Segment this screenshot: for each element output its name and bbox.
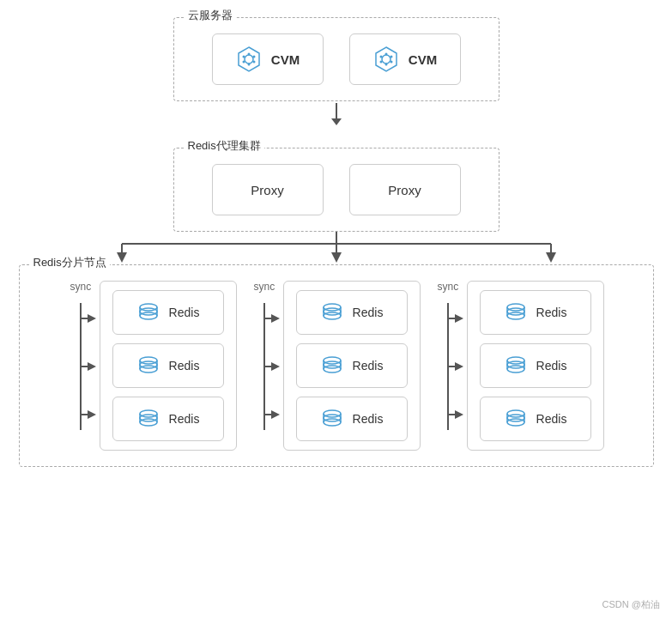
- svg-marker-0: [239, 47, 259, 71]
- proxy-box-2: Proxy: [349, 164, 461, 215]
- proxy-section: Redis代理集群 Proxy Proxy: [173, 148, 499, 232]
- sync-side-3: sync: [436, 281, 467, 437]
- redis-label-2-2: Redis: [353, 359, 384, 373]
- redis-node-3-1: Redis: [480, 290, 591, 335]
- proxy-label-1: Proxy: [251, 183, 283, 197]
- redis-node-2-1: Redis: [296, 290, 408, 335]
- svg-point-65: [324, 312, 341, 319]
- diagram-container: 云服务器 CVM: [0, 0, 672, 618]
- svg-marker-30: [88, 410, 96, 419]
- svg-point-7: [252, 61, 255, 64]
- svg-point-100: [507, 366, 524, 373]
- svg-point-12: [379, 56, 382, 58]
- redis-node-1-3: Redis: [112, 397, 224, 441]
- svg-marker-8: [376, 47, 397, 71]
- svg-point-3: [247, 64, 250, 66]
- redis-node-3-2: Redis: [480, 343, 591, 388]
- redis-icon: [504, 354, 528, 378]
- redis-label-1-2: Redis: [169, 359, 200, 373]
- sync-bracket-2: [252, 296, 282, 437]
- redis-cluster-inner-2: Redis Redis: [283, 281, 421, 451]
- svg-point-1: [245, 55, 253, 64]
- svg-point-15: [390, 61, 392, 64]
- sync-bracket-1: [69, 296, 98, 437]
- arrow-cvm-to-proxy: [331, 103, 342, 127]
- redis-node-3-3: Redis: [480, 397, 591, 441]
- proxy-label-2: Proxy: [388, 183, 421, 197]
- redis-cluster-1: sync: [69, 281, 237, 451]
- svg-point-72: [324, 366, 341, 373]
- svg-point-2: [247, 53, 250, 56]
- svg-point-10: [384, 53, 387, 56]
- svg-marker-84: [455, 314, 463, 323]
- svg-point-4: [242, 56, 245, 58]
- svg-point-13: [390, 56, 392, 58]
- redis-node-1-2: Redis: [112, 343, 224, 388]
- cvm-label-2: CVM: [409, 52, 437, 67]
- cvm-box-1: CVM: [212, 33, 324, 85]
- redis-label-2-3: Redis: [353, 412, 384, 426]
- redis-icon: [504, 300, 528, 324]
- svg-marker-86: [455, 362, 463, 371]
- proxy-section-label: Redis代理集群: [185, 138, 264, 154]
- cloud-section: 云服务器 CVM: [173, 17, 499, 101]
- redis-label-3-3: Redis: [536, 412, 567, 426]
- redis-icon: [320, 354, 344, 378]
- svg-marker-60: [271, 410, 280, 419]
- svg-marker-56: [271, 314, 280, 323]
- svg-point-51: [140, 419, 157, 426]
- redis-icon: [504, 407, 528, 431]
- cloud-section-label: 云服务器: [185, 8, 236, 23]
- sync-label-2: sync: [254, 281, 275, 293]
- svg-marker-23: [546, 252, 556, 263]
- proxy-row: Proxy Proxy: [191, 164, 481, 215]
- cvm-icon-1: [235, 45, 263, 73]
- sync-label-1: sync: [70, 281, 92, 293]
- redis-cluster-2: sync: [252, 281, 421, 451]
- redis-node-1-1: Redis: [112, 290, 224, 335]
- sync-bracket-3: [436, 296, 465, 437]
- svg-point-79: [324, 419, 341, 426]
- svg-point-93: [507, 312, 524, 319]
- redis-section-label: Redis分片节点: [30, 255, 110, 270]
- redis-label-1-3: Redis: [169, 412, 200, 426]
- redis-cluster-inner-1: Redis Redis: [100, 281, 237, 451]
- cvm-label-1: CVM: [271, 52, 300, 67]
- redis-icon: [136, 407, 160, 431]
- sync-label-3: sync: [438, 281, 459, 293]
- redis-node-2-2: Redis: [296, 343, 408, 388]
- cvm-icon-2: [372, 45, 400, 73]
- redis-clusters: sync: [33, 281, 639, 451]
- svg-marker-17: [331, 252, 342, 263]
- connector-svg: [19, 232, 654, 264]
- svg-marker-28: [88, 362, 96, 371]
- redis-icon: [136, 354, 160, 378]
- svg-point-107: [507, 419, 524, 426]
- redis-icon: [320, 407, 344, 431]
- watermark: CSDN @柏油: [602, 598, 660, 611]
- svg-point-5: [252, 56, 255, 58]
- sync-side-1: sync: [69, 281, 100, 437]
- svg-marker-20: [117, 252, 127, 263]
- redis-cluster-inner-3: Redis Redis: [467, 281, 604, 451]
- redis-icon: [320, 300, 344, 324]
- svg-marker-58: [271, 362, 280, 371]
- redis-node-2-3: Redis: [296, 397, 408, 441]
- svg-marker-88: [455, 410, 463, 419]
- redis-label-3-1: Redis: [536, 306, 567, 319]
- proxy-to-redis-arrows: [19, 232, 654, 264]
- svg-point-14: [379, 61, 382, 64]
- redis-label-2-1: Redis: [353, 306, 384, 319]
- redis-label-3-2: Redis: [536, 359, 567, 373]
- cvm-box-2: CVM: [349, 33, 461, 85]
- redis-icon: [136, 300, 160, 324]
- svg-point-9: [382, 55, 390, 64]
- redis-cluster-3: sync: [436, 281, 604, 451]
- redis-label-1-1: Redis: [169, 306, 200, 319]
- cvm-row: CVM CVM: [191, 33, 481, 85]
- sync-side-2: sync: [252, 281, 283, 437]
- svg-point-6: [242, 61, 245, 64]
- proxy-box-1: Proxy: [212, 164, 324, 215]
- svg-marker-26: [88, 314, 96, 323]
- svg-point-37: [140, 312, 157, 319]
